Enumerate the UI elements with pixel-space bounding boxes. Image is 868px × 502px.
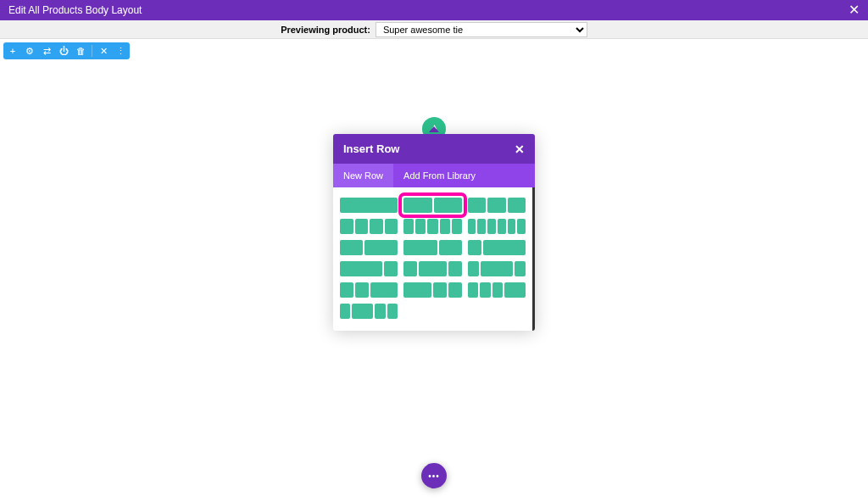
- layout-col: [340, 219, 353, 234]
- layout-option[interactable]: [340, 261, 398, 276]
- layout-col: [415, 219, 426, 234]
- preview-label: Previewing product:: [281, 25, 370, 35]
- modal-title: Insert Row: [343, 142, 399, 155]
- layout-option[interactable]: [340, 282, 398, 298]
- layout-col: [403, 282, 431, 298]
- layout-option[interactable]: [340, 219, 398, 234]
- layout-col: [468, 261, 479, 276]
- layouts-grid: [340, 198, 526, 319]
- top-bar-close-icon[interactable]: ✕: [849, 3, 860, 17]
- layout-col: [477, 219, 486, 234]
- layout-option[interactable]: [403, 261, 461, 276]
- top-bar-title: Edit All Products Body Layout: [8, 4, 142, 16]
- layout-col: [375, 304, 385, 319]
- chevron-up-icon: ▴: [432, 121, 437, 131]
- layout-col: [483, 240, 526, 255]
- layout-col: [487, 198, 505, 213]
- layout-col: [504, 282, 526, 298]
- layout-option[interactable]: [468, 282, 526, 298]
- layout-col: [340, 240, 363, 255]
- tab-new-row[interactable]: New Row: [333, 164, 393, 187]
- layout-col: [419, 261, 446, 276]
- layout-col: [370, 219, 383, 234]
- layout-col: [384, 261, 398, 276]
- layout-option[interactable]: [468, 240, 526, 255]
- layout-option[interactable]: [468, 219, 526, 234]
- page-settings-fab[interactable]: •••: [421, 463, 447, 488]
- layout-col: [508, 219, 516, 234]
- layout-col: [468, 198, 486, 213]
- layout-col: [468, 282, 478, 298]
- ellipsis-icon: •••: [428, 471, 440, 481]
- canvas: ▴ Insert Row ✕ New Row Add From Library …: [0, 39, 868, 502]
- insert-row-modal: Insert Row ✕ New Row Add From Library: [333, 134, 535, 331]
- preview-product-select[interactable]: Super awesome tie: [376, 22, 587, 37]
- layout-col: [452, 219, 462, 234]
- layout-col: [403, 261, 417, 276]
- layout-option[interactable]: [403, 198, 461, 213]
- preview-bar: Previewing product: Super awesome tie: [0, 20, 868, 39]
- layout-col: [385, 219, 398, 234]
- layout-option[interactable]: [340, 304, 398, 319]
- layout-col: [492, 282, 503, 298]
- layout-col: [517, 219, 526, 234]
- layout-col: [340, 304, 350, 319]
- layout-col: [498, 219, 506, 234]
- layout-col: [370, 282, 398, 298]
- layout-option[interactable]: [340, 240, 398, 255]
- modal-header: Insert Row ✕: [333, 134, 535, 164]
- layout-col: [508, 198, 526, 213]
- layout-col: [403, 198, 431, 213]
- layout-col: [439, 240, 462, 255]
- layout-col: [434, 198, 462, 213]
- layout-col: [468, 240, 482, 255]
- modal-close-icon[interactable]: ✕: [515, 143, 525, 155]
- layout-option[interactable]: [468, 261, 526, 276]
- layout-col: [355, 282, 369, 298]
- layout-col: [340, 198, 398, 213]
- layout-col: [340, 261, 382, 276]
- layout-option[interactable]: [468, 198, 526, 213]
- layout-col: [427, 219, 437, 234]
- layout-col: [433, 282, 447, 298]
- layout-col: [403, 219, 414, 234]
- layout-option[interactable]: [403, 240, 461, 255]
- layout-col: [448, 261, 462, 276]
- layout-option[interactable]: [340, 198, 398, 213]
- layout-col: [403, 240, 437, 255]
- layout-option[interactable]: [403, 219, 461, 234]
- layout-col: [487, 219, 496, 234]
- modal-body: [333, 187, 535, 331]
- layout-col: [340, 282, 353, 298]
- modal-tabs: New Row Add From Library: [333, 164, 535, 187]
- top-bar: Edit All Products Body Layout ✕: [0, 0, 868, 20]
- layout-col: [480, 282, 490, 298]
- tab-add-from-library[interactable]: Add From Library: [393, 164, 486, 187]
- layout-col: [481, 261, 514, 276]
- layout-col: [364, 240, 398, 255]
- layout-col: [352, 304, 373, 319]
- layout-option[interactable]: [403, 282, 461, 298]
- layout-col: [468, 219, 476, 234]
- layout-col: [515, 261, 526, 276]
- layout-col: [387, 304, 398, 319]
- layout-col: [448, 282, 462, 298]
- layout-col: [355, 219, 369, 234]
- layout-col: [440, 219, 450, 234]
